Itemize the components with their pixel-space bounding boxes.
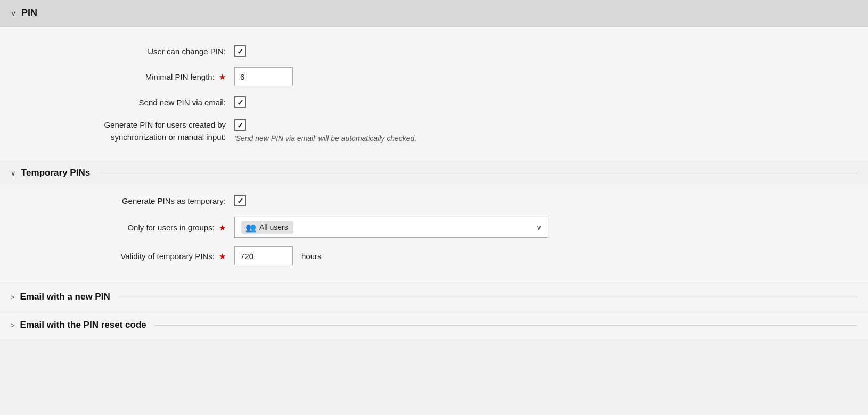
minimal-pin-length-row: Minimal PIN length: ★ bbox=[0, 63, 868, 90]
all-users-tag: 👥 All users bbox=[241, 221, 293, 234]
pin-section-title: PIN bbox=[21, 7, 37, 19]
only-for-users-row: Only for users in groups: ★ 👥 All users … bbox=[0, 212, 868, 242]
email-reset-code-divider bbox=[155, 325, 857, 326]
user-can-change-pin-checkbox[interactable] bbox=[234, 45, 246, 57]
generate-pin-row: Generate PIN for users created by synchr… bbox=[0, 114, 868, 147]
temporary-pins-chevron: ∨ bbox=[11, 169, 16, 177]
dropdown-value: 👥 All users bbox=[241, 221, 536, 234]
temporary-pins-body: Generate PINs as temporary: Only for use… bbox=[0, 184, 868, 283]
generate-pin-note: 'Send new PIN via email' will be automat… bbox=[234, 134, 416, 143]
email-new-pin-title: Email with a new PIN bbox=[20, 292, 110, 302]
temporary-pins-divider bbox=[99, 173, 857, 173]
validity-label: Validity of temporary PINs: ★ bbox=[32, 251, 234, 262]
temporary-pins-title: Temporary PINs bbox=[21, 168, 90, 178]
page-container: ∨ PIN User can change PIN: Minimal PIN l… bbox=[0, 0, 868, 415]
generate-pins-temporary-checkbox[interactable] bbox=[234, 195, 246, 206]
minimal-pin-length-control bbox=[234, 67, 293, 86]
minimal-pin-length-label: Minimal PIN length: ★ bbox=[32, 71, 234, 82]
users-icon: 👥 bbox=[245, 222, 256, 233]
generate-pin-checkbox[interactable] bbox=[234, 119, 246, 131]
generate-pin-control: 'Send new PIN via email' will be automat… bbox=[234, 119, 416, 143]
validity-control: hours bbox=[234, 246, 322, 265]
required-star-users: ★ bbox=[217, 223, 226, 232]
pin-section-header[interactable]: ∨ PIN bbox=[0, 0, 868, 27]
user-can-change-pin-row: User can change PIN: bbox=[0, 39, 868, 63]
only-for-users-control: 👥 All users ∨ bbox=[234, 217, 548, 238]
generate-pins-temporary-control bbox=[234, 195, 246, 206]
users-groups-dropdown[interactable]: 👥 All users ∨ bbox=[234, 217, 548, 238]
send-new-pin-label: Send new PIN via email: bbox=[32, 97, 234, 108]
pin-section-chevron: ∨ bbox=[11, 9, 16, 18]
only-for-users-label: Only for users in groups: ★ bbox=[32, 222, 234, 233]
email-new-pin-chevron: > bbox=[11, 293, 15, 301]
required-star-validity: ★ bbox=[217, 252, 226, 261]
all-users-label: All users bbox=[259, 223, 288, 231]
email-new-pin-section[interactable]: > Email with a new PIN bbox=[0, 283, 868, 311]
send-new-pin-row: Send new PIN via email: bbox=[0, 90, 868, 114]
generate-pins-temporary-row: Generate PINs as temporary: bbox=[0, 189, 868, 212]
email-reset-code-chevron: > bbox=[11, 321, 15, 329]
required-star-pin-length: ★ bbox=[217, 72, 226, 81]
hours-label: hours bbox=[301, 252, 322, 261]
send-new-pin-checkbox[interactable] bbox=[234, 96, 246, 108]
send-new-pin-control bbox=[234, 96, 246, 108]
dropdown-chevron-icon: ∨ bbox=[536, 223, 542, 231]
minimal-pin-length-input[interactable] bbox=[234, 67, 293, 86]
email-reset-code-title: Email with the PIN reset code bbox=[20, 320, 146, 330]
email-new-pin-divider bbox=[119, 297, 857, 297]
validity-row: Validity of temporary PINs: ★ hours bbox=[0, 242, 868, 270]
pin-section-body: User can change PIN: Minimal PIN length:… bbox=[0, 27, 868, 160]
temporary-pins-header[interactable]: ∨ Temporary PINs bbox=[0, 160, 868, 184]
generate-pins-temporary-label: Generate PINs as temporary: bbox=[32, 195, 234, 206]
validity-input[interactable] bbox=[234, 246, 293, 265]
user-can-change-pin-control bbox=[234, 45, 246, 57]
generate-pin-label: Generate PIN for users created by synchr… bbox=[32, 119, 234, 143]
user-can-change-pin-label: User can change PIN: bbox=[32, 46, 234, 57]
email-reset-code-section[interactable]: > Email with the PIN reset code bbox=[0, 311, 868, 339]
